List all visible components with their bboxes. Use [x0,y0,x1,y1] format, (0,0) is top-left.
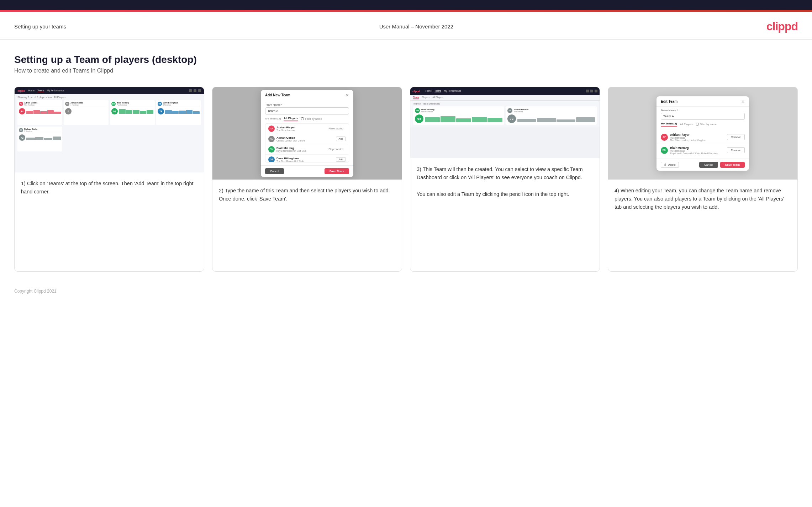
sc1-bottom-grid: RB Richard Butler 3 Handicap 72 [17,127,201,151]
sc1-p1-name: Adrian Collins [24,102,37,104]
tab-all-players[interactable]: All Players [284,117,298,121]
team-name-label: Team Name * [265,103,349,106]
edit-p2-avatar: BM [661,147,668,154]
sc1-p4-bar5 [193,111,200,114]
player-1-added-btn: Player Added [326,127,346,130]
sc1-p1-bar1 [26,111,33,114]
sc1-p1-bar5 [54,112,61,114]
card-2-screenshot: Add New Team ✕ Team Name * Team A My Tea… [212,87,402,180]
dialog-close-icon[interactable]: ✕ [346,93,349,98]
filter-checkbox[interactable] [301,117,304,120]
edit-close-icon[interactable]: ✕ [741,99,745,104]
sc1-p1-avatar: AC [19,102,23,106]
edit-tab-my-team[interactable]: My Team (2) [661,122,677,127]
sc1-topnav-right [189,89,201,92]
sc3-p1-bar3 [456,118,471,122]
edit-dialog-title: Edit Team [661,100,677,103]
sc1-p2-sub: 1 Handicap [70,104,83,106]
dialog-header: Add New Team ✕ [261,90,353,100]
tab-my-team[interactable]: My Team (2) [265,117,281,121]
main-content: Setting up a Team of players (desktop) H… [0,40,812,282]
cards-row: clippd Home Teams My Performance Showing… [14,87,798,272]
edit-p1-name: Adrian Player [670,133,706,137]
sc1-p2-header: AC Adrian Coliba 1 Handicap [65,102,107,107]
sc1-player-3: BM Blair McHarg Plus Handicap 94 [110,100,155,125]
sc1-grid: AC Adrian Collins Plus Handicap 84 [17,100,201,125]
sc3-p1-card: BM Blair McHarg Plus Handicap 94 [413,106,504,125]
sc1-logo: clippd [17,89,25,92]
player-item-2: AC Adrian Coliba Central London Golf Cen… [265,134,349,144]
player-4-club: The Dog Maypig Golf Club [276,160,304,162]
edit-tab-all-players[interactable]: All Players [680,123,694,126]
sc3-p1-bar1 [425,117,440,122]
card-4-text: 4) When editing your Team, you can chang… [608,180,797,218]
page-title: Setting up a Team of players (desktop) [14,54,798,65]
player-1-name: Adrian Player [276,126,295,129]
sc1-p3-name: Blair McHarg [117,102,129,104]
sc1-p4-score-row: 78 [158,108,200,114]
team-name-input[interactable]: Team A [265,107,349,114]
player-item-4: DB Dave Billingham The Dog Maypig Golf C… [265,155,349,162]
sc3-heading: Team A - Team Dashboard [413,102,597,105]
edit-team-name-input[interactable]: Team A [661,113,745,120]
sc3-nav-home: Home [426,90,432,92]
sc1-p3-bar4 [140,111,147,114]
edit-filter-checkbox[interactable] [696,123,699,126]
player-4-add-btn[interactable]: Add [336,157,346,162]
edit-player-row-2: BM Blair McHarg Plus Handicap Royal Nort… [657,144,749,157]
card-1: clippd Home Teams My Performance Showing… [14,87,204,272]
sc1-nav-performance: My Performance [47,89,64,92]
add-team-dialog: Add New Team ✕ Team Name * Team A My Tea… [261,90,353,177]
edit-save-button[interactable]: Save Team [720,162,745,168]
sc1-p5-name: Richard Butler [24,128,38,130]
player-3-name: Blair McHarg [276,146,306,150]
edit-p1-remove-btn[interactable]: Remove [727,134,745,140]
sc3-p1-bar4 [472,117,487,122]
edit-p1-avatar: AP [661,134,668,141]
edit-player-row-1: AP Adrian Player Plus Handicap The Shire… [657,131,749,144]
edit-team-dialog: Edit Team ✕ Team Name * Team A My Team (… [657,96,749,171]
sc1-nav-home: Home [28,89,35,92]
player-item-3: BM Blair McHarg Royal North Devon Golf C… [265,144,349,155]
player-2-add-btn[interactable]: Add [336,137,346,141]
sc1-p1-score: 84 [19,108,25,114]
edit-p2-remove-btn[interactable]: Remove [727,147,745,153]
card-3: clippd Home Teams My Performance Team [410,87,600,272]
sc1-p3-score-row: 94 [111,108,153,114]
player-3-avatar: BM [268,146,275,153]
sc1-p1-sub: Plus Handicap [24,104,37,106]
sc3-p1-avatar: BM [415,108,420,113]
header-title: User Manual – November 2022 [379,23,453,30]
sc1-p4-avatar: DB [158,102,162,106]
sc1-p5-bar1 [26,138,35,140]
edit-cancel-button[interactable]: Cancel [699,162,718,168]
player-1-club: The Shire London [276,129,295,132]
sc1-p3-sub: Plus Handicap [117,104,129,106]
cancel-button[interactable]: Cancel [265,168,284,174]
sc3-p2-bar2 [537,118,556,122]
sc3-nav-teams: Teams [434,90,441,92]
dialog-body: Team Name * Team A My Team (2) All Playe… [261,100,353,165]
edit-footer: 🗑 Delete Cancel Save Team [657,159,749,171]
delete-team-button[interactable]: 🗑 Delete [661,162,679,168]
clippd-logo: clippd [766,20,798,33]
sc1-p5-bar4 [53,137,61,140]
sc1-player-2: AC Adrian Coliba 1 Handicap 0 [64,100,109,125]
sc3-nav-right [586,90,597,92]
player-2-info: AC Adrian Coliba Central London Golf Cen… [268,136,305,142]
sc3-icon-search [586,90,589,92]
sc1-p3-chart [119,109,153,114]
card-2-text: 2) Type the name of this Team and then s… [212,180,402,209]
sc1-p4-header: DB Dave Billingham 5 Handicap [158,102,200,107]
save-team-button[interactable]: Save Team [325,168,349,174]
sc3-p2-avatar: RB [507,108,512,113]
sc1-p3-bar2 [126,110,133,114]
card-3-screenshot: clippd Home Teams My Performance Team [410,87,600,158]
sc3-icon-pencil [590,90,593,92]
sc1-icon-1 [189,89,192,92]
sc1-p1-bar3 [40,111,47,114]
sc1-p5-avatar: RB [19,128,23,132]
trash-icon: 🗑 [664,163,667,166]
page-subtitle: How to create and edit Teams in Clippd [14,68,798,74]
delete-label: Delete [668,163,676,166]
